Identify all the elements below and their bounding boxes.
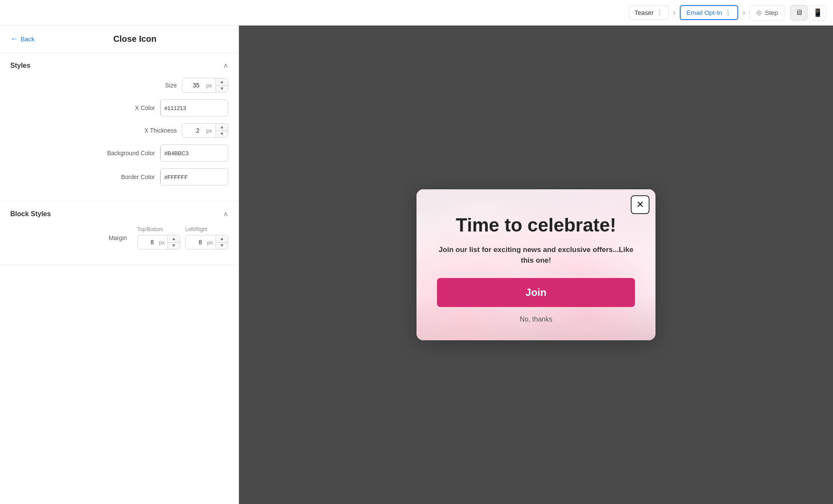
- mobile-icon: 📱: [813, 8, 822, 17]
- margin-left-right-inputs: px ▲ ▼: [185, 235, 228, 249]
- email-opt-button[interactable]: Email Opt-In ⋮: [680, 5, 738, 20]
- top-bar: Teaser ⋮ › Email Opt-In ⋮ › ⊕ Step 🖥 📱: [0, 0, 833, 26]
- x-color-input-wrap: [160, 99, 228, 116]
- add-step-button[interactable]: ⊕ Step: [749, 5, 784, 20]
- popup-headline: Time to celebrate!: [437, 215, 635, 235]
- background-color-label: Background Color: [107, 150, 155, 156]
- margin-top-bottom-spinner: ▲ ▼: [167, 235, 180, 249]
- background-color-swatch[interactable]: [160, 145, 161, 161]
- background-color-row: Background Color: [10, 145, 228, 162]
- margin-left-right-increment[interactable]: ▲: [216, 235, 228, 243]
- margin-top-bottom-inputs: px ▲ ▼: [137, 235, 181, 249]
- popup-subtext: Join our list for exciting news and excl…: [437, 244, 635, 266]
- back-arrow-icon: ←: [10, 35, 18, 43]
- size-spinner: ▲ ▼: [216, 78, 228, 92]
- size-increment[interactable]: ▲: [216, 78, 228, 86]
- size-input[interactable]: [182, 78, 203, 92]
- step-arrow: ›: [671, 8, 677, 17]
- margin-left-right-label: Left/Right: [185, 226, 228, 232]
- border-color-row: Border Color: [10, 168, 228, 185]
- x-color-label: X Color: [135, 104, 155, 111]
- right-panel: ✕ Time to celebrate! Join our list for e…: [239, 26, 833, 504]
- margin-top-bottom-unit: px: [157, 235, 168, 249]
- x-color-hex-input[interactable]: [161, 100, 228, 116]
- x-color-swatch[interactable]: [160, 100, 161, 116]
- back-button[interactable]: ← Back: [10, 35, 35, 43]
- margin-left-right-spinner: ▲ ▼: [216, 235, 228, 249]
- size-label: Size: [165, 82, 177, 89]
- teaser-button[interactable]: Teaser ⋮: [629, 6, 669, 20]
- mobile-button[interactable]: 📱: [809, 5, 826, 20]
- margin-top-bottom-group: Top/Bottom px ▲ ▼: [137, 226, 181, 249]
- left-panel: ← Back Close Icon Styles ∧ Size px ▲ ▼: [0, 26, 239, 504]
- preview-outer: ✕ Time to celebrate! Join our list for e…: [239, 26, 833, 504]
- margin-left-right-decrement[interactable]: ▼: [216, 243, 228, 249]
- top-bar-center: Teaser ⋮ › Email Opt-In ⋮ › ⊕ Step 🖥 📱: [629, 5, 826, 20]
- x-thickness-input-wrap: px ▲ ▼: [182, 123, 228, 138]
- x-thickness-decrement[interactable]: ▼: [216, 131, 228, 138]
- block-styles-title: Block Styles: [10, 210, 51, 218]
- margin-top-bottom-input[interactable]: [138, 235, 157, 249]
- popup-content: Time to celebrate! Join our list for exc…: [416, 189, 655, 340]
- size-unit: px: [203, 78, 216, 92]
- step-label: Step: [765, 9, 778, 16]
- device-buttons: 🖥 📱: [790, 5, 826, 20]
- x-thickness-label: X Thickness: [144, 127, 177, 134]
- join-button[interactable]: Join: [437, 278, 635, 307]
- margin-top-bottom-label: Top/Bottom: [137, 226, 181, 232]
- size-input-wrap: px ▲ ▼: [182, 78, 228, 93]
- block-styles-section: Block Styles ∧ Margin Top/Bottom px ▲ ▼: [0, 201, 239, 265]
- x-thickness-spinner: ▲ ▼: [216, 124, 228, 137]
- panel-title: Close Icon: [41, 34, 228, 44]
- x-color-row: X Color: [10, 99, 228, 116]
- teaser-dots: ⋮: [656, 9, 663, 17]
- size-decrement[interactable]: ▼: [216, 86, 228, 93]
- size-row: Size px ▲ ▼: [10, 78, 228, 93]
- email-opt-label: Email Opt-In: [687, 9, 722, 16]
- margin-top-bottom-decrement[interactable]: ▼: [168, 243, 180, 249]
- border-color-label: Border Color: [121, 174, 155, 180]
- desktop-button[interactable]: 🖥: [790, 5, 807, 20]
- close-x-icon: ✕: [636, 199, 644, 210]
- popup-inner: Time to celebrate! Join our list for exc…: [437, 215, 635, 323]
- x-thickness-unit: px: [203, 124, 216, 137]
- popup-modal: ✕ Time to celebrate! Join our list for e…: [416, 189, 655, 340]
- margin-left-right-unit: px: [204, 235, 216, 249]
- block-styles-section-header: Block Styles ∧: [10, 210, 228, 218]
- styles-section-title: Styles: [10, 62, 30, 70]
- popup-close-button[interactable]: ✕: [631, 195, 650, 214]
- border-color-hex-input[interactable]: [161, 169, 228, 185]
- background-color-input-wrap: [160, 145, 228, 162]
- main-layout: ← Back Close Icon Styles ∧ Size px ▲ ▼: [0, 26, 833, 504]
- border-color-input-wrap: [160, 168, 228, 185]
- x-thickness-increment[interactable]: ▲: [216, 124, 228, 131]
- back-label: Back: [20, 35, 35, 43]
- teaser-label: Teaser: [635, 9, 654, 16]
- border-color-swatch[interactable]: [160, 169, 161, 185]
- panel-header: ← Back Close Icon: [0, 26, 239, 53]
- block-styles-collapse-button[interactable]: ∧: [223, 210, 228, 218]
- margin-label: Margin: [109, 235, 127, 241]
- margin-top-bottom-increment[interactable]: ▲: [168, 235, 180, 243]
- background-color-hex-input[interactable]: [161, 145, 228, 161]
- x-thickness-input[interactable]: [182, 124, 203, 137]
- email-opt-dots: ⋮: [725, 9, 731, 17]
- styles-collapse-button[interactable]: ∧: [223, 61, 228, 70]
- step-arrow2: ›: [741, 8, 747, 17]
- margin-left-right-group: Left/Right px ▲ ▼: [185, 226, 228, 249]
- margin-left-right-input[interactable]: [186, 235, 204, 249]
- styles-section: Styles ∧ Size px ▲ ▼ X Color: [0, 53, 239, 201]
- x-thickness-row: X Thickness px ▲ ▼: [10, 123, 228, 138]
- margin-row: Margin Top/Bottom px ▲ ▼ Left/Right: [10, 226, 228, 249]
- styles-section-header: Styles ∧: [10, 61, 228, 70]
- no-thanks-link[interactable]: No, thanks: [437, 316, 635, 323]
- plus-circle-icon: ⊕: [756, 8, 762, 17]
- desktop-icon: 🖥: [795, 8, 803, 17]
